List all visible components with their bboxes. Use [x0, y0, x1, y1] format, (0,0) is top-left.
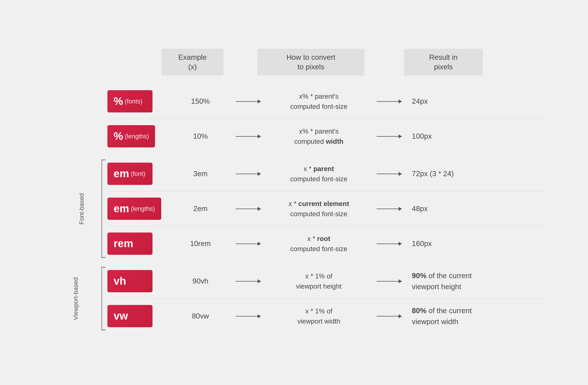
arrow-head [258, 242, 261, 246]
arrow-head [258, 172, 261, 176]
row-em-font: em (font) 3em x * parentcomputed font-si… [107, 156, 545, 191]
viewport-based-section: Viewport-based vh 90vh [43, 264, 545, 333]
example-vh: 90vh [169, 277, 231, 286]
row-percent-lengths: % (lengths) 10% x% * parent'scomputed wi… [107, 119, 545, 154]
arrow-icon2 [377, 134, 402, 138]
arrow-head [258, 207, 261, 211]
header-example-col: Example(x) [162, 49, 224, 76]
arrow-line2 [377, 281, 399, 282]
arrow-vw [231, 314, 265, 318]
bracket-svg-viewport [100, 264, 107, 333]
result-vh: 90% of the currentviewport height [406, 270, 491, 292]
formula-vh: x * 1% ofviewport height [265, 271, 372, 291]
result-rem: 160px [406, 238, 491, 249]
arrow-line [236, 101, 258, 102]
viewport-based-bracket [100, 264, 107, 333]
arrow-head2 [399, 242, 402, 246]
arrow-head [258, 314, 261, 318]
example-percent-fonts: 150% [169, 97, 231, 106]
arrow-icon [236, 242, 261, 246]
arrow-icon2 [377, 279, 402, 283]
arrow-icon2 [377, 172, 402, 176]
unit-vw: vw [107, 305, 169, 327]
row-vh: vh 90vh x * 1% ofviewport height [107, 264, 545, 299]
arrow-line [236, 244, 258, 244]
arrow-head2 [399, 207, 402, 211]
main-container: Example(x) How to convertto pixels Resul… [26, 37, 562, 348]
bracket-svg [100, 156, 107, 261]
font-based-rows: em (font) 3em x * parentcomputed font-si… [107, 156, 545, 261]
arrow-vh [231, 279, 265, 283]
unit-badge-vw: vw [107, 305, 152, 327]
arrow-icon [236, 99, 261, 103]
arrow-line2 [377, 209, 399, 209]
arrow2-em-font [372, 172, 406, 176]
arrow-line [236, 281, 258, 282]
arrow-line [236, 174, 258, 174]
arrow2-em-lengths [372, 207, 406, 211]
arrow-percent-fonts [231, 99, 265, 103]
font-based-section: Font-based em (font) 3em [43, 156, 545, 261]
viewport-based-label: Viewport-based [72, 277, 79, 320]
unit-badge-percent-lengths: % (lengths) [107, 125, 155, 147]
arrow-head [258, 134, 261, 138]
unit-badge-vh: vh [107, 270, 152, 292]
unit-main-text: vh [114, 275, 126, 287]
arrow-icon2 [377, 99, 402, 103]
font-based-bracket [100, 156, 107, 261]
arrow2-rem [372, 242, 406, 246]
viewport-based-label-area: Viewport-based [43, 264, 100, 333]
arrow2-vw [372, 314, 406, 318]
example-em-lengths: 2em [169, 204, 231, 213]
example-vw: 80vw [169, 312, 231, 320]
result-percent-fonts: 24px [406, 96, 491, 107]
unit-main-text: vw [114, 310, 128, 322]
arrow-head2 [399, 314, 402, 318]
unit-main-text: em [114, 168, 129, 180]
unit-main-text: rem [114, 238, 133, 250]
arrow2-percent-fonts [372, 99, 406, 103]
formula-percent-fonts: x% * parent'scomputed font-size [265, 91, 372, 112]
arrow-icon2 [377, 207, 402, 211]
unit-sub-text: (font) [131, 170, 145, 178]
unit-rem: rem [107, 233, 169, 255]
arrow-icon [236, 134, 261, 138]
arrow-icon [236, 207, 261, 211]
arrow-percent-lengths [231, 134, 265, 138]
unit-main-text: em [114, 203, 129, 215]
percent-label-area [43, 84, 100, 154]
arrow-icon2 [377, 314, 402, 318]
formula-em-lengths: x * current elementcomputed font-size [265, 199, 372, 219]
result-percent-lengths: 100px [406, 131, 491, 142]
viewport-based-rows: vh 90vh x * 1% ofviewport height [107, 264, 545, 333]
unit-sub-text: (fonts) [125, 98, 142, 105]
unit-em-lengths: em (lengths) [107, 198, 169, 220]
css-units-table: Example(x) How to convertto pixels Resul… [43, 49, 545, 334]
arrow-icon [236, 314, 261, 318]
unit-percent-lengths: % (lengths) [107, 125, 169, 147]
arrow-icon [236, 279, 261, 283]
percent-bracket-spacer [100, 84, 107, 154]
header-result-col: Result inpixels [398, 49, 483, 76]
result-em-font: 72px (3 * 24) [406, 168, 491, 179]
unit-vh: vh [107, 270, 169, 292]
table-header: Example(x) How to convertto pixels Resul… [43, 49, 545, 76]
example-em-font: 3em [169, 169, 231, 178]
arrow-line2 [377, 316, 399, 317]
arrow-head2 [399, 99, 402, 103]
unit-main-text: % [114, 95, 123, 107]
arrow-rem [231, 242, 265, 246]
arrow-line [236, 316, 258, 317]
header-formula-col: How to convertto pixels [257, 49, 364, 76]
unit-percent-fonts: % (fonts) [107, 90, 169, 112]
unit-badge-em-lengths: em (lengths) [107, 198, 161, 220]
formula-percent-lengths: x% * parent'scomputed width [265, 126, 372, 147]
row-percent-fonts: % (fonts) 150% x% * parent'scomputed fon… [107, 84, 545, 119]
arrow2-vh [372, 279, 406, 283]
row-vw: vw 80vw x * 1% ofviewport width [107, 299, 545, 333]
arrow-head [258, 99, 261, 103]
arrow-icon [236, 172, 261, 176]
row-rem: rem 10rem x * rootcomputed font-size [107, 226, 545, 261]
example-percent-lengths: 10% [169, 132, 231, 141]
result-vw: 80% of the currentviewport width [406, 305, 491, 327]
